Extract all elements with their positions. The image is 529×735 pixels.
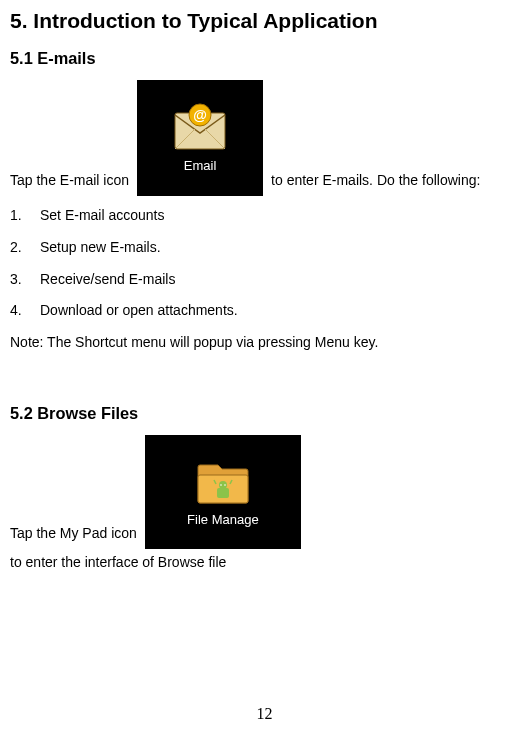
step-text: Setup new E-mails. <box>40 238 161 258</box>
step-number: 2. <box>10 238 40 258</box>
email-icon-label: Email <box>184 157 217 175</box>
folder-icon <box>194 455 252 505</box>
step-number: 1. <box>10 206 40 226</box>
list-item: 4. Download or open attachments. <box>10 301 519 321</box>
email-suffix-text: to enter E-mails. Do the following: <box>271 171 480 197</box>
files-instruction-row: Tap the My Pad icon File Manage to enter… <box>10 435 519 579</box>
svg-point-8 <box>224 484 226 486</box>
step-number: 4. <box>10 301 40 321</box>
email-app-icon: @ Email <box>137 80 263 196</box>
step-text: Receive/send E-mails <box>40 270 175 290</box>
section-5-1-heading: 5.1 E-mails <box>10 47 519 70</box>
step-text: Set E-mail accounts <box>40 206 165 226</box>
email-prefix-text: Tap the E-mail icon <box>10 171 129 197</box>
email-steps-list: 1. Set E-mail accounts 2. Setup new E-ma… <box>10 206 519 320</box>
file-manager-app-icon: File Manage <box>145 435 301 549</box>
list-item: 2. Setup new E-mails. <box>10 238 519 258</box>
files-suffix-text: to enter the interface of Browse file <box>10 553 226 579</box>
section-5-heading: 5. Introduction to Typical Application <box>10 6 519 35</box>
svg-rect-4 <box>217 488 229 498</box>
step-text: Download or open attachments. <box>40 301 238 321</box>
svg-text:@: @ <box>193 107 207 123</box>
svg-point-3 <box>219 481 227 489</box>
files-prefix-text: Tap the My Pad icon <box>10 524 137 550</box>
email-icon: @ <box>173 101 227 151</box>
svg-point-7 <box>220 484 222 486</box>
list-item: 3. Receive/send E-mails <box>10 270 519 290</box>
email-note: Note: The Shortcut menu will popup via p… <box>10 333 519 353</box>
section-5-2-heading: 5.2 Browse Files <box>10 402 519 425</box>
page-number: 12 <box>0 703 529 725</box>
email-instruction-row: Tap the E-mail icon @ Email to enter E-m… <box>10 80 519 196</box>
file-manager-icon-label: File Manage <box>187 511 259 529</box>
step-number: 3. <box>10 270 40 290</box>
list-item: 1. Set E-mail accounts <box>10 206 519 226</box>
